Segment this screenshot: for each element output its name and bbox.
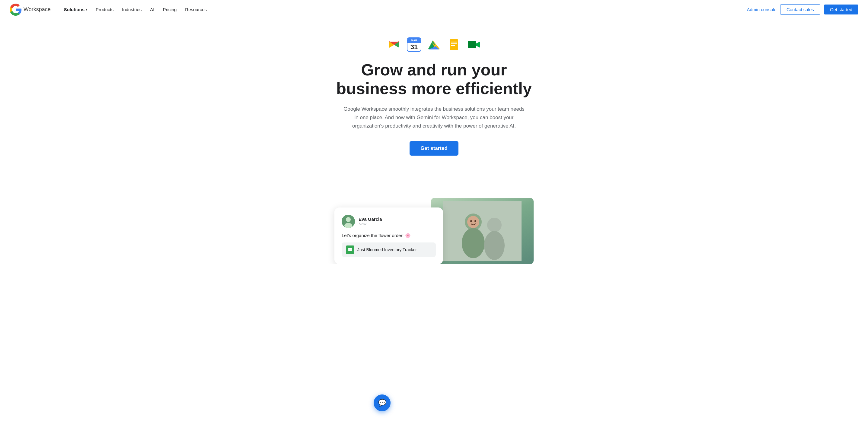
attachment-filename: Just Bloomed Inventory Tracker: [357, 247, 417, 252]
chat-attachment[interactable]: Just Bloomed Inventory Tracker: [342, 242, 436, 257]
hero-subtitle: Google Workspace smoothly integrates the…: [343, 105, 525, 130]
svg-point-33: [467, 216, 479, 228]
nav-resources[interactable]: Resources: [181, 4, 210, 14]
chat-sender-name: Eva Garcia: [359, 217, 382, 222]
svg-point-31: [487, 218, 502, 232]
svg-point-35: [474, 220, 476, 222]
docs-icon: [447, 37, 461, 52]
svg-marker-19: [476, 42, 480, 47]
nav-industries[interactable]: Industries: [118, 4, 145, 14]
nav-pricing[interactable]: Pricing: [159, 4, 180, 14]
calendar-month-label: MAR: [407, 38, 421, 43]
svg-rect-15: [451, 42, 457, 42]
logo[interactable]: Workspace: [10, 4, 51, 16]
preview-section: Eva Garcia Now Let's organize the flower…: [0, 168, 868, 264]
sheets-icon: [347, 247, 353, 252]
nav-ai[interactable]: AI: [146, 4, 158, 14]
svg-rect-14: [450, 39, 458, 50]
svg-rect-27: [348, 250, 352, 251]
svg-point-22: [346, 217, 351, 222]
chat-time: Now: [359, 222, 382, 226]
solutions-chevron-icon: ▾: [86, 8, 87, 11]
admin-console-link[interactable]: Admin console: [747, 7, 777, 12]
svg-rect-16: [451, 43, 457, 44]
drive-icon: [427, 37, 441, 52]
chat-message: Let's organize the flower order! 🌸: [342, 233, 436, 238]
app-icons-row: MAR 31: [387, 37, 481, 52]
nav-links: Solutions ▾ Products Industries AI Prici…: [60, 4, 210, 14]
preview-row: Eva Garcia Now Let's organize the flower…: [334, 180, 534, 264]
svg-point-32: [484, 231, 505, 260]
navbar: Workspace Solutions ▾ Products Industrie…: [0, 0, 868, 19]
hero-section: MAR 31: [0, 19, 868, 168]
calendar-day-label: 31: [407, 43, 421, 51]
chat-notification-card: Eva Garcia Now Let's organize the flower…: [334, 207, 443, 264]
nav-solutions[interactable]: Solutions ▾: [60, 4, 91, 14]
nav-left: Workspace Solutions ▾ Products Industrie…: [10, 4, 210, 16]
calendar-icon: MAR 31: [407, 37, 421, 52]
nav-right: Admin console Contact sales Get started: [747, 4, 858, 15]
contact-sales-button[interactable]: Contact sales: [780, 4, 820, 15]
gmail-icon: [387, 37, 401, 52]
hero-photo: [431, 198, 534, 264]
photo-people: [431, 198, 534, 264]
avatar-image: [342, 215, 355, 228]
chat-card-header: Eva Garcia Now: [342, 215, 436, 228]
nav-products[interactable]: Products: [92, 4, 117, 14]
workspace-label: Workspace: [24, 6, 51, 13]
svg-rect-25: [348, 248, 352, 249]
chat-meta: Eva Garcia Now: [359, 217, 382, 226]
hero-get-started-button[interactable]: Get started: [409, 141, 459, 156]
google-g-icon: [10, 4, 22, 16]
svg-rect-26: [348, 250, 352, 250]
get-started-nav-button[interactable]: Get started: [824, 4, 858, 14]
attachment-sheets-icon: [346, 246, 354, 254]
hero-title: Grow and run your business more efficien…: [336, 60, 532, 98]
meet-icon: [467, 37, 481, 52]
avatar: [342, 215, 355, 228]
people-illustration: [443, 201, 522, 261]
svg-point-30: [462, 228, 485, 258]
svg-rect-18: [468, 41, 476, 48]
svg-point-34: [470, 220, 472, 222]
svg-rect-17: [451, 45, 455, 46]
